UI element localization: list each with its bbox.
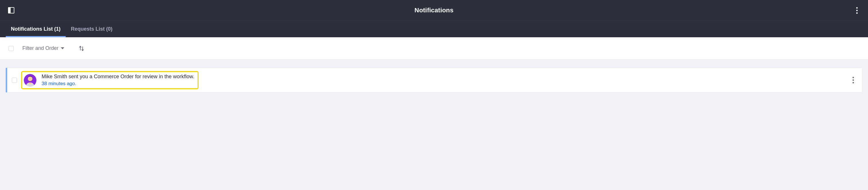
svg-point-1 bbox=[28, 76, 32, 81]
row-checkbox[interactable] bbox=[12, 78, 17, 83]
app-root: Notifications Notifications List (1) Req… bbox=[0, 0, 868, 101]
page-title: Notifications bbox=[414, 7, 454, 14]
tab-label: Notifications List (1) bbox=[11, 26, 61, 32]
header-right bbox=[854, 5, 860, 16]
header-more-icon[interactable] bbox=[854, 5, 860, 16]
row-more-icon[interactable] bbox=[850, 74, 856, 86]
avatar bbox=[24, 74, 36, 87]
tab-notifications-list[interactable]: Notifications List (1) bbox=[6, 21, 66, 37]
sort-direction-button[interactable] bbox=[79, 45, 84, 52]
notification-timestamp[interactable]: 38 minutes ago. bbox=[41, 81, 194, 87]
notification-row[interactable]: Mike Smith sent you a Commerce Order for… bbox=[6, 68, 862, 93]
select-all-checkbox[interactable] bbox=[9, 46, 14, 51]
header-bar: Notifications bbox=[0, 0, 868, 21]
caret-down-icon bbox=[61, 47, 64, 49]
header-left bbox=[8, 7, 14, 13]
tab-label: Requests List (0) bbox=[71, 26, 113, 32]
row-actions bbox=[850, 74, 856, 86]
notification-text: Mike Smith sent you a Commerce Order for… bbox=[41, 74, 194, 87]
notifications-list: Mike Smith sent you a Commerce Order for… bbox=[0, 60, 868, 101]
tabs-bar: Notifications List (1) Requests List (0) bbox=[0, 21, 868, 37]
tab-requests-list[interactable]: Requests List (0) bbox=[66, 21, 118, 37]
list-toolbar: Filter and Order bbox=[0, 37, 868, 60]
filter-and-order-dropdown[interactable]: Filter and Order bbox=[22, 45, 64, 51]
notification-message: Mike Smith sent you a Commerce Order for… bbox=[41, 74, 194, 80]
highlighted-region: Mike Smith sent you a Commerce Order for… bbox=[22, 72, 198, 88]
filter-label: Filter and Order bbox=[22, 45, 59, 51]
panel-toggle-icon[interactable] bbox=[8, 7, 14, 13]
